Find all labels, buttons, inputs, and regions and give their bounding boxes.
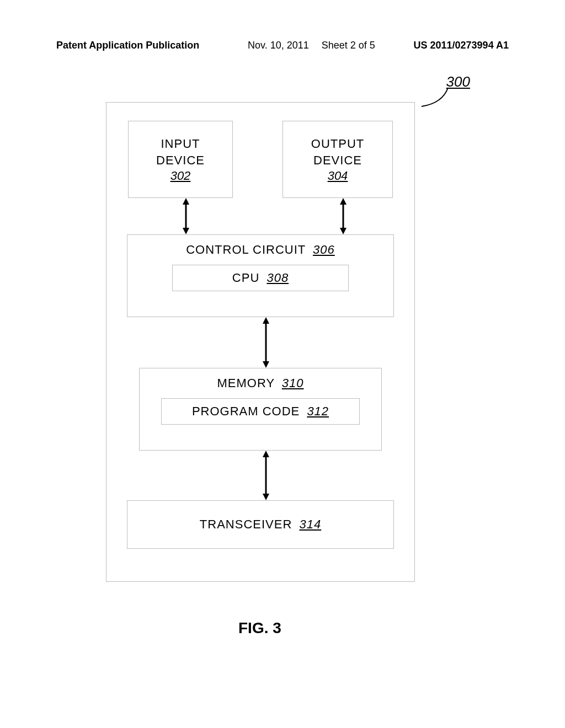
transceiver-num: 314: [299, 517, 321, 531]
figure-canvas: 300 INPUT DEVICE 302 OUTPUT DEVICE 304 C…: [56, 73, 509, 658]
control-circuit-label: CONTROL CIRCUIT: [186, 243, 306, 256]
header-left: Patent Application Publication: [56, 40, 199, 51]
output-device-label: OUTPUT DEVICE: [311, 136, 364, 168]
header-date: Nov. 10, 2011: [248, 40, 309, 51]
memory-num: 310: [282, 376, 304, 390]
svg-marker-1: [183, 198, 189, 205]
transceiver-label-row: TRANSCEIVER 314: [200, 517, 321, 532]
assembly-refnum: 300: [446, 73, 470, 90]
conn-control-memory: [260, 317, 271, 368]
svg-marker-4: [340, 198, 347, 205]
control-circuit-num: 306: [313, 243, 335, 256]
conn-output-control: [338, 198, 349, 234]
svg-marker-11: [263, 494, 269, 500]
figure-caption: FIG. 3: [238, 619, 281, 637]
svg-marker-7: [263, 317, 269, 324]
cpu-block: CPU 308: [172, 265, 349, 291]
header-docnum: US 2011/0273994 A1: [414, 40, 509, 51]
memory-block: MEMORY 310 PROGRAM CODE 312: [139, 368, 382, 451]
output-device-block: OUTPUT DEVICE 304: [282, 121, 393, 198]
conn-input-control: [180, 198, 191, 234]
svg-marker-2: [183, 228, 189, 234]
cpu-label: CPU: [232, 271, 259, 285]
header-middle: Nov. 10, 2011 Sheet 2 of 5: [238, 40, 375, 51]
conn-memory-transceiver: [260, 451, 271, 500]
input-device-label: INPUT DEVICE: [156, 136, 205, 168]
memory-label: MEMORY: [217, 376, 274, 390]
program-code-label: PROGRAM CODE: [192, 404, 300, 418]
control-circuit-block: CONTROL CIRCUIT 306 CPU 308: [127, 234, 394, 317]
program-code-num: 312: [307, 404, 329, 418]
assembly-leader-line: [419, 87, 449, 109]
svg-marker-8: [263, 361, 269, 368]
svg-marker-5: [340, 228, 347, 234]
control-circuit-label-row: CONTROL CIRCUIT 306: [186, 243, 335, 257]
svg-marker-10: [263, 451, 269, 457]
input-device-block: INPUT DEVICE 302: [128, 121, 233, 198]
input-device-num: 302: [170, 169, 191, 183]
header-sheet: Sheet 2 of 5: [322, 40, 375, 51]
cpu-num: 308: [266, 271, 289, 285]
output-device-num: 304: [328, 169, 348, 183]
transceiver-label: TRANSCEIVER: [200, 517, 292, 531]
program-code-block: PROGRAM CODE 312: [161, 398, 360, 425]
page-header: Patent Application Publication Nov. 10, …: [56, 40, 509, 51]
memory-label-row: MEMORY 310: [217, 376, 303, 390]
transceiver-block: TRANSCEIVER 314: [127, 500, 394, 549]
